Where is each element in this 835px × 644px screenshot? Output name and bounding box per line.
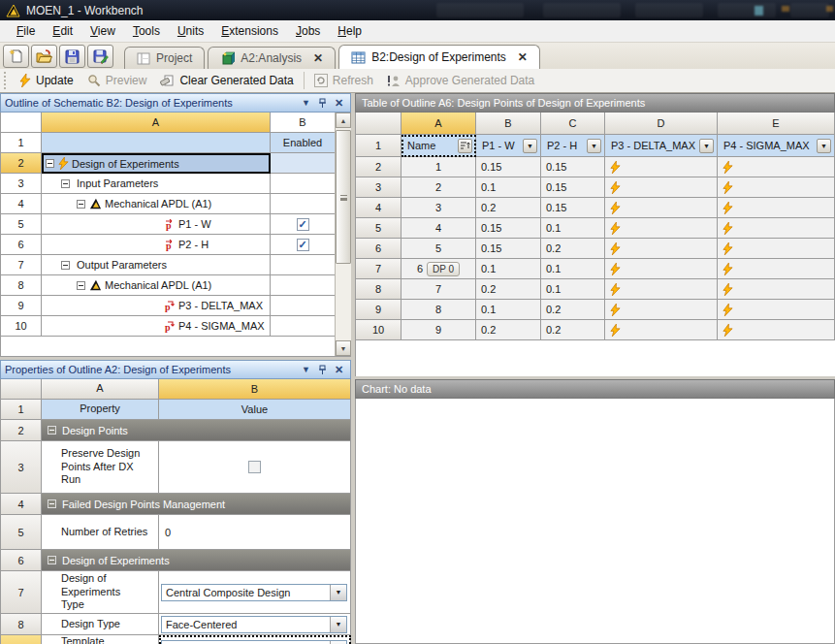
outline-row-number[interactable]: 3 [1,174,42,194]
scroll-up-icon[interactable]: ▲ [336,113,351,128]
new-file-button[interactable] [3,45,29,68]
properties-row-number[interactable]: 8 [1,614,42,635]
p2-value-cell[interactable]: 0.2 [541,320,605,340]
p1-value-cell[interactable]: 0.2 [476,279,541,300]
open-file-button[interactable] [31,45,57,68]
dp-name-cell[interactable]: 4 [401,218,476,239]
properties-pane-menu-icon[interactable]: ▼ [299,363,313,377]
p3-pending-cell[interactable] [605,300,718,320]
menu-tools[interactable]: Tools [124,21,169,41]
p3-pending-cell[interactable] [605,259,718,279]
filter-chevron-icon[interactable]: ▼ [817,139,831,153]
outline-row-number[interactable]: 4 [1,194,42,214]
menu-extensions[interactable]: Extensions [212,21,287,41]
properties-row-number[interactable]: 3 [1,441,42,494]
table-row-number[interactable]: 10 [356,320,401,340]
outline-row-number[interactable]: 8 [1,275,42,296]
update-button[interactable]: Update [13,72,80,89]
p3-pending-cell[interactable] [605,279,718,300]
properties-column-b-header[interactable]: B [159,379,351,400]
properties-row-number[interactable]: 2 [1,420,42,441]
scroll-down-icon[interactable]: ▼ [336,340,351,356]
properties-column-a-header[interactable]: A [42,379,159,400]
properties-corner-cell[interactable] [1,379,42,400]
chevron-down-icon[interactable]: ▼ [330,617,346,632]
outline-enabled-header[interactable]: Enabled [271,133,336,153]
p4-pending-cell[interactable] [718,218,835,239]
outline-row-number[interactable]: 2 [1,153,42,174]
scrollbar-thumb[interactable] [336,130,351,264]
p1-value-cell[interactable]: 0.1 [476,177,541,198]
outline-node-mapdl-in[interactable]: Mechanical APDL (A1) [42,194,271,214]
properties-pane-close-icon[interactable]: ✕ [332,363,346,377]
menu-jobs[interactable]: Jobs [287,21,329,41]
p4-pending-cell[interactable] [718,279,835,300]
chevron-down-icon[interactable]: ▼ [330,585,346,600]
p1-value-cell[interactable]: 0.15 [476,157,541,177]
dp-name-cell[interactable]: 9 [401,320,476,340]
scrollbar-track[interactable] [336,128,351,340]
menu-help[interactable]: Help [329,21,370,41]
clear-generated-data-button[interactable]: Clear Generated Data [153,72,300,89]
table-column-e-header[interactable]: E [718,113,835,135]
p2-value-cell[interactable]: 0.1 [541,279,605,300]
dp-name-cell[interactable]: 2 [401,177,476,198]
p2-value-cell[interactable]: 0.1 [541,218,605,239]
outline-node-p4[interactable]: p P4 - SIGMA_MAX [42,316,271,337]
dp-name-cell[interactable]: 3 [401,198,476,218]
value-header-cell[interactable]: Value [159,400,351,420]
sort-icon[interactable] [458,139,472,153]
collapse-icon[interactable] [61,179,70,188]
p1-value-cell[interactable]: 0.2 [476,198,541,218]
collapse-icon[interactable] [48,556,56,564]
table-row-number[interactable]: 6 [356,239,401,259]
filter-chevron-icon[interactable]: ▼ [699,139,714,153]
properties-row-number[interactable]: 1 [1,400,42,420]
p3-pending-cell[interactable] [605,218,718,239]
collapse-icon[interactable] [61,261,70,270]
filter-chevron-icon[interactable]: ▼ [523,139,537,153]
p3-column-header[interactable]: P3 - DELTA_MAX▼ [605,135,718,157]
dp-name-cell[interactable]: 6DP 0 [401,259,476,279]
outline-column-a-header[interactable]: A [42,113,271,133]
outline-node-input-params[interactable]: Input Parameters [42,174,271,194]
p1-value-cell[interactable]: 0.15 [476,218,541,239]
table-column-b-header[interactable]: B [476,113,541,135]
table-row-number[interactable]: 7 [356,259,401,279]
outline-node-output-params[interactable]: Output Parameters [42,255,271,275]
collapse-icon[interactable] [77,200,85,209]
outline-cell-blank[interactable] [271,174,336,194]
outline-pane-pin-icon[interactable] [315,96,330,111]
tab-doe-close-icon[interactable]: ✕ [518,50,528,64]
p4-pending-cell[interactable] [718,198,835,218]
template-dropdown[interactable]: Standard ▼ [161,640,347,644]
menu-units[interactable]: Units [169,21,212,41]
table-row-number[interactable]: 3 [356,177,401,198]
outline-row-number[interactable]: 7 [1,255,42,275]
table-row-number[interactable]: 2 [356,157,401,177]
p1-value-cell[interactable]: 0.15 [476,239,541,259]
menu-view[interactable]: View [81,21,124,41]
outline-row-number[interactable]: 10 [1,316,42,337]
outline-node-p1[interactable]: p P1 - W [42,214,271,235]
p2-value-cell[interactable]: 0.1 [541,259,605,279]
tab-analysis[interactable]: A2:Analysis ✕ [208,47,336,69]
dp-name-cell[interactable]: 8 [401,300,476,320]
p3-pending-cell[interactable] [605,177,718,198]
dp-name-cell[interactable]: 1 [401,157,476,177]
outline-cell-blank[interactable] [271,316,336,337]
outline-corner-cell[interactable] [1,113,42,133]
p4-pending-cell[interactable] [718,177,835,198]
table-corner-cell[interactable] [356,113,401,135]
p2-value-cell[interactable]: 0.15 [541,177,605,198]
outline-cell-blank[interactable] [271,255,336,275]
p2-value-cell[interactable]: 0.2 [541,239,605,259]
properties-row-number[interactable]: 5 [1,515,42,550]
tab-project[interactable]: Project [124,47,205,69]
property-header-cell[interactable]: Property [42,400,159,420]
outline-cell-blank[interactable] [271,296,336,316]
outline-node-doe[interactable]: Design of Experiments [42,153,271,174]
properties-row-number[interactable]: 9 [1,635,42,644]
properties-row-number[interactable]: 7 [1,571,42,614]
properties-row-number[interactable]: 4 [1,494,42,515]
